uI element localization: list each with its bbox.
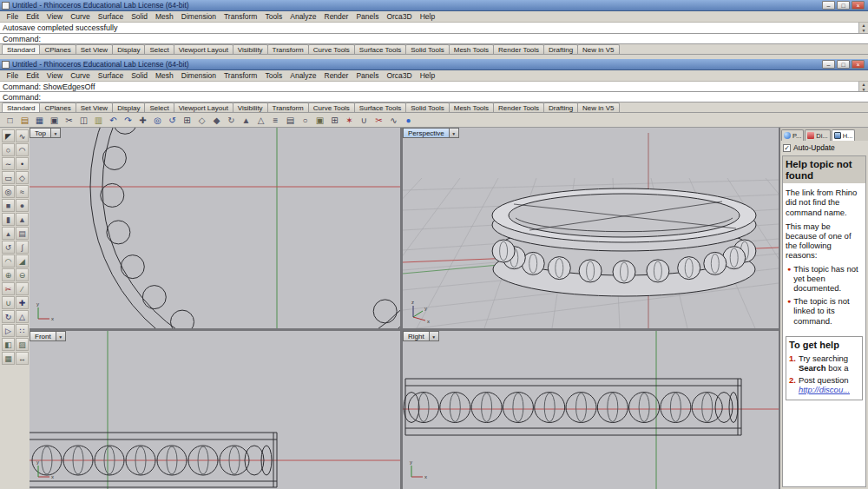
circle-icon[interactable]: ○ bbox=[2, 143, 15, 156]
menu-curve[interactable]: Curve bbox=[67, 71, 95, 80]
toolbar-tab-solid-tools[interactable]: Solid Tools bbox=[405, 102, 450, 112]
layers-icon[interactable]: ≡ bbox=[269, 114, 282, 127]
menu-render[interactable]: Render bbox=[320, 71, 352, 80]
trim-icon[interactable]: ✂ bbox=[372, 114, 385, 127]
freeform-curve-icon[interactable]: ∼ bbox=[2, 157, 15, 170]
viewport-front-label[interactable]: Front bbox=[30, 331, 56, 341]
toolbar-tab-transform[interactable]: Transform bbox=[267, 44, 309, 54]
loft-icon[interactable]: ▤ bbox=[16, 227, 29, 240]
viewport-front[interactable]: Front ▼ xy bbox=[30, 331, 400, 489]
toolbar-tab-surface-tools[interactable]: Surface Tools bbox=[354, 102, 406, 112]
lock-icon[interactable]: ▣ bbox=[313, 114, 326, 127]
offset-icon[interactable]: ≈ bbox=[16, 185, 29, 198]
menu-panels[interactable]: Panels bbox=[352, 12, 383, 21]
surface-tool-icon[interactable]: ▨ bbox=[16, 338, 29, 351]
front-command-prompt[interactable]: Command: bbox=[0, 92, 868, 102]
render-icon[interactable]: ● bbox=[402, 114, 415, 127]
trim-tool-icon[interactable]: ✂ bbox=[2, 282, 15, 295]
dimension-icon[interactable]: ↔ bbox=[16, 352, 29, 365]
viewport-top-canvas[interactable]: xy bbox=[30, 128, 400, 328]
hide-icon[interactable]: ○ bbox=[299, 114, 312, 127]
print-icon[interactable]: ▣ bbox=[48, 114, 61, 127]
mesh-tool-icon[interactable]: ▦ bbox=[2, 352, 15, 365]
toolbar-tab-render-tools[interactable]: Render Tools bbox=[493, 44, 544, 54]
toolbar-tab-visibility[interactable]: Visibility bbox=[233, 102, 268, 112]
toolbar-tab-display[interactable]: Display bbox=[112, 102, 145, 112]
menu-transform[interactable]: Transform bbox=[220, 12, 260, 21]
toolbar-tab-curve-tools[interactable]: Curve Tools bbox=[308, 44, 355, 54]
menu-analyze[interactable]: Analyze bbox=[286, 12, 320, 21]
polygon-icon[interactable]: ◇ bbox=[16, 171, 29, 184]
menu-mesh[interactable]: Mesh bbox=[152, 71, 178, 80]
menu-file[interactable]: File bbox=[3, 71, 23, 80]
toolbar-tab-new-in-v5[interactable]: New in V5 bbox=[577, 102, 619, 112]
extrude-icon[interactable]: ▴ bbox=[2, 227, 15, 240]
minimize-button[interactable]: – bbox=[822, 60, 835, 69]
toolbar-tab-solid-tools[interactable]: Solid Tools bbox=[405, 44, 450, 54]
ellipse-icon[interactable]: ◎ bbox=[2, 185, 15, 198]
rotate-tool-icon[interactable]: ↻ bbox=[2, 310, 15, 323]
menu-orca3d[interactable]: Orca3D bbox=[383, 71, 416, 80]
scale-tool-icon[interactable]: △ bbox=[16, 310, 29, 323]
arc-icon[interactable]: ◠ bbox=[16, 143, 29, 156]
toolbar-tab-drafting[interactable]: Drafting bbox=[543, 44, 578, 54]
close-button[interactable]: × bbox=[852, 60, 865, 69]
restore-button[interactable]: □ bbox=[837, 60, 850, 69]
toolbar-tab-standard[interactable]: Standard bbox=[2, 102, 40, 112]
zoom-extents-icon[interactable]: ⊞ bbox=[181, 114, 194, 127]
toolbar-tab-select[interactable]: Select bbox=[144, 44, 174, 54]
toolbar-tab-new-in-v5[interactable]: New in V5 bbox=[577, 44, 619, 54]
move-tool-icon[interactable]: ✚ bbox=[16, 296, 29, 309]
paste-icon[interactable]: ▥ bbox=[92, 114, 105, 127]
menu-mesh[interactable]: Mesh bbox=[152, 12, 178, 21]
point-icon[interactable]: • bbox=[16, 157, 29, 170]
menu-orca3d[interactable]: Orca3D bbox=[383, 12, 416, 21]
menu-help[interactable]: Help bbox=[416, 12, 438, 21]
revolve-icon[interactable]: ↺ bbox=[2, 241, 15, 254]
scroll-down-icon[interactable]: ▼ bbox=[859, 28, 868, 33]
menu-dimension[interactable]: Dimension bbox=[177, 12, 220, 21]
front-titlebar[interactable]: Untitled - Rhinoceros Educational Lab Li… bbox=[0, 59, 868, 70]
menu-solid[interactable]: Solid bbox=[128, 12, 152, 21]
viewport-front-dropdown-icon[interactable]: ▼ bbox=[56, 331, 66, 341]
toolbar-tab-curve-tools[interactable]: Curve Tools bbox=[308, 102, 355, 112]
new-file-icon[interactable]: □ bbox=[3, 114, 16, 127]
scale-icon[interactable]: ▲ bbox=[240, 114, 253, 127]
menu-edit[interactable]: Edit bbox=[23, 71, 43, 80]
back-command-prompt[interactable]: Command: bbox=[0, 34, 868, 44]
undo-icon[interactable]: ↶ bbox=[107, 114, 120, 127]
split-icon[interactable]: ∿ bbox=[387, 114, 400, 127]
menu-tools[interactable]: Tools bbox=[261, 12, 286, 21]
join-tool-icon[interactable]: ∪ bbox=[2, 296, 15, 309]
toolbar-tab-transform[interactable]: Transform bbox=[267, 102, 309, 112]
viewport-top[interactable]: Top ▼ xy bbox=[30, 128, 400, 328]
select-arrow-icon[interactable]: ◤ bbox=[2, 129, 15, 142]
copy-icon[interactable]: ◫ bbox=[77, 114, 90, 127]
toolbar-tab-visibility[interactable]: Visibility bbox=[233, 44, 268, 54]
discourse-link[interactable]: http://discou... bbox=[799, 385, 850, 394]
zoom-icon[interactable]: ◎ bbox=[151, 114, 164, 127]
menu-solid[interactable]: Solid bbox=[128, 71, 152, 80]
properties-icon[interactable]: ▤ bbox=[284, 114, 297, 127]
menu-curve[interactable]: Curve bbox=[67, 12, 95, 21]
front-history-scrollbar[interactable]: ▲ ▼ bbox=[858, 82, 868, 91]
fillet-icon[interactable]: ◠ bbox=[2, 254, 15, 268]
join-icon[interactable]: ∪ bbox=[358, 114, 371, 127]
toolbar-tab-set-view[interactable]: Set View bbox=[76, 102, 113, 112]
polyline-icon[interactable]: ∿ bbox=[16, 129, 29, 142]
boolean-union-icon[interactable]: ⊕ bbox=[2, 268, 15, 281]
toolbar-tab-display[interactable]: Display bbox=[112, 44, 145, 54]
boolean-difference-icon[interactable]: ⊖ bbox=[16, 268, 29, 281]
menu-edit[interactable]: Edit bbox=[23, 12, 43, 21]
auto-update-checkbox[interactable]: ✓ bbox=[783, 144, 791, 152]
menu-transform[interactable]: Transform bbox=[220, 71, 260, 80]
viewport-perspective[interactable]: Perspective ▼ xyz bbox=[403, 128, 779, 328]
copy-object-icon[interactable]: ◆ bbox=[210, 114, 223, 127]
back-command-history[interactable]: Autosave completed successfully ▲ ▼ bbox=[0, 23, 868, 34]
split-tool-icon[interactable]: ∕ bbox=[16, 282, 29, 295]
group-icon[interactable]: ⊞ bbox=[328, 114, 341, 127]
rotate-icon[interactable]: ↻ bbox=[225, 114, 238, 127]
menu-panels[interactable]: Panels bbox=[352, 71, 383, 80]
viewport-right-label[interactable]: Right bbox=[403, 331, 430, 341]
viewport-perspective-canvas[interactable]: xyz bbox=[403, 128, 779, 328]
